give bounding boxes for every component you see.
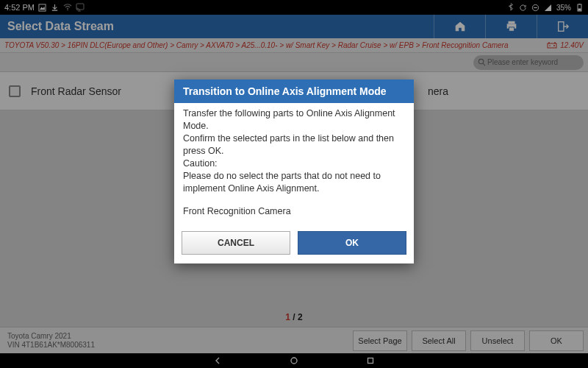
dialog-body: Transfer the following parts to Online A…: [174, 103, 414, 225]
dialog-ok-button[interactable]: OK: [298, 231, 406, 255]
dialog-actions: CANCEL OK: [174, 225, 414, 263]
dialog-part: Front Recognition Camera: [183, 205, 405, 218]
dialog-title: Transition to Online Axis Alignment Mode: [174, 79, 414, 103]
alignment-dialog: Transition to Online Axis Alignment Mode…: [174, 79, 414, 263]
modal-overlay: Transition to Online Axis Alignment Mode…: [0, 0, 588, 368]
dialog-cancel-button[interactable]: CANCEL: [182, 231, 290, 255]
app-screen: 4:52 PM: [0, 0, 588, 368]
